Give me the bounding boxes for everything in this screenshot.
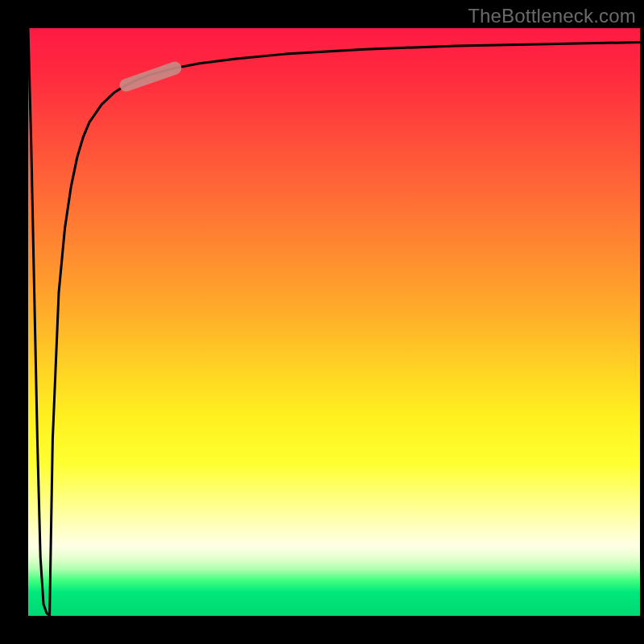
- watermark-text: TheBottleneck.com: [468, 5, 636, 27]
- plot-area: [28, 28, 640, 616]
- chart-frame: TheBottleneck.com: [0, 0, 644, 644]
